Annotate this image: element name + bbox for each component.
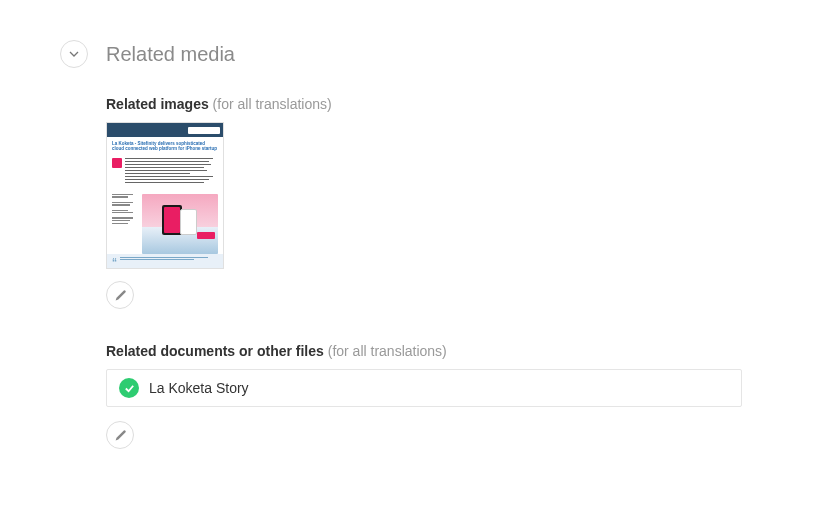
status-ok-icon <box>119 378 139 398</box>
document-title: La Koketa Story <box>149 380 249 396</box>
chevron-down-icon <box>69 49 79 59</box>
image-thumbnail[interactable]: La Koketa - Sitefinity delivers sophisti… <box>106 122 224 269</box>
collapse-toggle[interactable] <box>60 40 88 68</box>
edit-documents-button[interactable] <box>106 421 134 449</box>
related-images-label: Related images <box>106 96 209 112</box>
related-docs-scope: (for all translations) <box>328 343 447 359</box>
edit-images-button[interactable] <box>106 281 134 309</box>
related-docs-label: Related documents or other files <box>106 343 324 359</box>
related-images-scope: (for all translations) <box>213 96 332 112</box>
thumbnail-preview: La Koketa - Sitefinity delivers sophisti… <box>107 123 223 268</box>
pencil-icon <box>114 429 127 442</box>
pencil-icon <box>114 289 127 302</box>
document-row[interactable]: La Koketa Story <box>106 369 742 407</box>
thumbnail-title-text: La Koketa - Sitefinity delivers sophisti… <box>112 141 218 152</box>
quote-icon: “ <box>112 260 117 265</box>
related-images-header: Related images (for all translations) <box>106 96 756 112</box>
section-title: Related media <box>106 43 235 66</box>
related-docs-header: Related documents or other files (for al… <box>106 343 756 359</box>
